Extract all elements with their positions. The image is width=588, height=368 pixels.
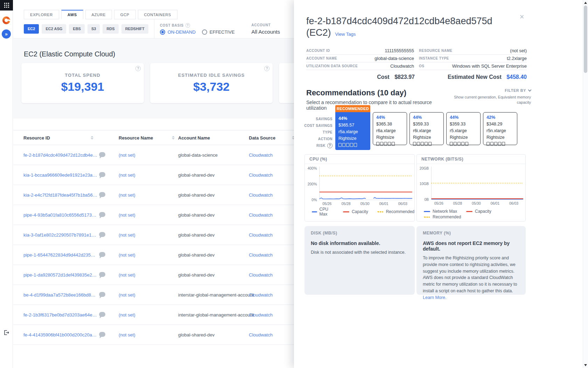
data-source-link[interactable]: Cloudwatch xyxy=(249,292,273,298)
resource-id-link[interactable]: pipe-1-65447622834d9d442d2358c... xyxy=(23,252,98,258)
memory-panel: MEMORY (%) AWS does not report EC2 memor… xyxy=(416,226,526,295)
resource-id-link[interactable]: fe-4-41435906bf41b000d200c20a9... xyxy=(23,332,98,338)
scroll-thumb[interactable] xyxy=(584,6,587,73)
tab-aws[interactable]: AWS xyxy=(61,10,83,19)
scrollbar[interactable] xyxy=(583,0,588,368)
resource-id-link[interactable]: fe-2-b187d4cdc409d472d12cdb4e8... xyxy=(23,152,98,158)
rec-card-r5n-xlarge[interactable]: 42%$348.29r5n.xlargeRightsize xyxy=(483,112,517,145)
recommended-card-wrap: RECOMMENDED44%$365.57r5a.xlargeRightsize xyxy=(335,105,370,150)
tab-gcp[interactable]: GCP xyxy=(114,10,136,19)
summary-card-value: $19,391 xyxy=(21,80,144,94)
data-source-link[interactable]: Cloudwatch xyxy=(249,312,273,318)
data-source-link[interactable]: Cloudwatch xyxy=(249,232,273,238)
scroll-down-arrow[interactable] xyxy=(584,364,587,366)
risk-square-icon xyxy=(342,143,345,147)
help-icon[interactable]: ? xyxy=(135,66,141,71)
learn-more-link[interactable]: Learn More. xyxy=(423,295,446,300)
rec-cost: $365.38 xyxy=(376,121,404,127)
help-icon[interactable]: ? xyxy=(327,143,332,148)
detail-value: Cloudwatch xyxy=(390,63,414,69)
resource-name-link[interactable]: (not set) xyxy=(119,212,135,218)
resource-type-title: (EC2) xyxy=(306,27,331,38)
apps-grid-button[interactable] xyxy=(0,0,13,11)
service-pill-rds[interactable]: RDS xyxy=(103,24,118,34)
resource-name-link[interactable]: (not set) xyxy=(119,332,135,338)
resource-id-link[interactable]: be-4-d1f99daa7a572b8ee166bd802... xyxy=(23,292,98,298)
resource-name-link[interactable]: (not set) xyxy=(119,252,135,258)
resource-id-link[interactable]: kia-2-e4c7f2fd187fdea45f7b1ba567... xyxy=(23,192,98,198)
scroll-up-arrow[interactable] xyxy=(584,2,587,4)
resource-name-link[interactable]: (not set) xyxy=(119,172,135,178)
cost-value: $823.97 xyxy=(394,74,415,80)
comment-bubble-icon[interactable] xyxy=(99,212,105,217)
detail-label: OS xyxy=(419,64,424,68)
data-source-link[interactable]: Cloudwatch xyxy=(249,272,273,278)
service-pill-ec2[interactable]: EC2 xyxy=(24,24,39,34)
risk-square-icon xyxy=(354,143,357,147)
sort-icon[interactable] xyxy=(91,136,93,139)
resource-id-link[interactable]: fe-2-1b3f6317be0bd7d3203ae64e5... xyxy=(23,312,98,318)
cpu-chart-plot: 0%200%400%05/2605/2805/3006/0106/0306/05 xyxy=(305,164,414,210)
account-dropdown[interactable]: All Accounts xyxy=(251,29,299,35)
rec-card-r6i-xlarge[interactable]: 44%$359.33r6i.xlargeRightsize xyxy=(410,112,444,145)
detail-label: RESOURCE NAME xyxy=(419,49,452,53)
view-tags-link[interactable]: View Tags xyxy=(335,32,356,37)
panel-title: fe-2-b187d4cdc409d472d12cdb4e8aed575d (E… xyxy=(306,15,523,40)
tab-containers[interactable]: CONTAINERS xyxy=(138,10,177,19)
cpu-chart-legend: CPU MaxCapacityRecommended xyxy=(305,209,414,214)
comment-bubble-icon[interactable] xyxy=(99,332,105,337)
logout-button[interactable] xyxy=(3,329,9,337)
tab-explorer[interactable]: EXPLORER xyxy=(24,10,59,19)
radio-on-demand[interactable]: ON-DEMAND xyxy=(160,29,196,35)
comment-bubble-icon[interactable] xyxy=(99,192,105,197)
data-source-link[interactable]: Cloudwatch xyxy=(249,172,273,178)
resource-id-link[interactable]: pipe-1-da9280572d1def439835e29... xyxy=(23,272,98,278)
account-name-text: global-shared-dev xyxy=(178,232,215,238)
comment-bubble-icon[interactable] xyxy=(99,152,105,157)
risk-square-icon xyxy=(494,142,497,146)
service-pill-s3[interactable]: S3 xyxy=(88,24,100,34)
data-source-link[interactable]: Cloudwatch xyxy=(249,252,273,258)
resource-id-link[interactable]: pipe-4-93b5a01fa810c6556d51730... xyxy=(23,212,98,218)
resource-id-link[interactable]: kia-3-0af1e802c2290507b7891e1b... xyxy=(23,232,98,238)
service-pill-redshift[interactable]: REDSHIFT xyxy=(121,24,148,34)
brand-logo-icon[interactable] xyxy=(2,16,10,24)
data-source-link[interactable]: Cloudwatch xyxy=(249,332,273,338)
resource-id-link[interactable]: kia-1-bccaa966609ede91921e23a9e... xyxy=(23,172,98,178)
comment-bubble-icon[interactable] xyxy=(99,272,105,277)
data-source-link[interactable]: Cloudwatch xyxy=(249,192,273,198)
rec-card-r5-xlarge[interactable]: 44%$359.33r5.xlargeRightsize xyxy=(446,112,481,145)
rec-card-r5a-xlarge[interactable]: 44%$365.57r5a.xlargeRightsize xyxy=(335,112,370,150)
resource-name-link[interactable]: (not set) xyxy=(119,272,135,278)
data-source-link[interactable]: Cloudwatch xyxy=(249,152,273,158)
rec-card-r6a-xlarge[interactable]: 44%$365.38r6a.xlargeRightsize xyxy=(373,112,407,145)
help-icon[interactable]: ? xyxy=(264,66,270,71)
resource-name-link[interactable]: (not set) xyxy=(119,232,135,238)
resource-name-link[interactable]: (not set) xyxy=(119,152,135,158)
legend-swatch-icon xyxy=(343,211,349,212)
resource-name-link[interactable]: (not set) xyxy=(119,192,135,198)
detail-label: ACCOUNT NAME xyxy=(306,56,337,60)
service-pill-ebs[interactable]: EBS xyxy=(69,24,85,34)
tab-azure[interactable]: AZURE xyxy=(85,10,112,19)
help-icon[interactable]: ? xyxy=(186,23,190,28)
sort-icon[interactable] xyxy=(172,136,175,139)
filter-by-dropdown[interactable]: FILTER BY xyxy=(451,88,531,93)
comment-bubble-icon[interactable] xyxy=(99,312,105,317)
comment-bubble-icon[interactable] xyxy=(99,252,105,257)
comment-bubble-icon[interactable] xyxy=(99,292,105,297)
rec-row-label-type: TYPE xyxy=(294,129,332,136)
account-name-text: global-data-science xyxy=(178,152,218,158)
data-source-link[interactable]: Cloudwatch xyxy=(249,212,273,218)
risk-square-icon xyxy=(350,143,353,147)
resource-name-link[interactable]: (not set) xyxy=(119,312,135,318)
summary-card-label: TOTAL SPEND xyxy=(21,73,144,78)
resource-name-link[interactable]: (not set) xyxy=(119,292,135,298)
comment-bubble-icon[interactable] xyxy=(99,172,105,177)
detail-col-left: ACCOUNT ID111155555555ACCOUNT NAMEglobal… xyxy=(306,47,414,70)
detail-row: RESOURCE NAME(not set) xyxy=(419,47,527,55)
expand-sidebar-button[interactable]: » xyxy=(2,29,11,39)
radio-effective[interactable]: EFFECTIVE xyxy=(202,29,235,35)
service-pill-ec2-asg[interactable]: EC2 ASG xyxy=(42,24,66,34)
comment-bubble-icon[interactable] xyxy=(99,232,105,237)
